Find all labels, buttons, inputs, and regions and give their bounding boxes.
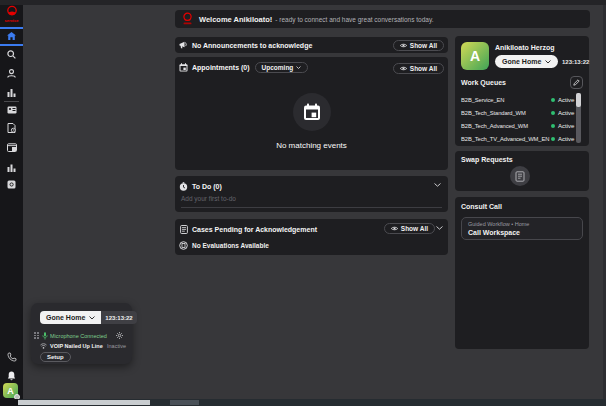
work-queue-name: B2B_Tech_TV_Advanced_WM_EN	[461, 136, 551, 142]
document-clock-icon[interactable]	[0, 123, 23, 133]
active-status-dot	[551, 137, 555, 141]
consult-item-subtitle: Guided Workflow • Home	[468, 221, 576, 227]
sidebar-divider	[4, 101, 19, 102]
welcome-title: Welcome Anikiloato!	[199, 15, 272, 24]
work-queues-list: B2B_Service_ENActiveB2B_Tech_Standard_WM…	[461, 93, 575, 145]
active-status-dot	[551, 124, 555, 128]
brand-logo-icon	[0, 5, 23, 17]
setup-button[interactable]: Setup	[40, 352, 71, 362]
chat-square-icon[interactable]	[0, 180, 23, 189]
voip-status: Inactive	[107, 343, 126, 349]
status-timer: 123:13:22	[562, 59, 589, 65]
user-avatar[interactable]: A	[3, 383, 18, 398]
work-queue-status: Active	[558, 110, 575, 116]
profile-name: Anikiloato Herzog	[495, 44, 555, 51]
drag-handle-icon[interactable]	[34, 332, 39, 339]
consult-item-title: Call Workspace	[468, 229, 576, 236]
phone-status-dropdown[interactable]: Gone Home 123:13:22	[40, 311, 137, 324]
voip-row: VOIP Nailed Up Line Inactive	[40, 341, 126, 350]
person-icon[interactable]	[0, 69, 23, 78]
calendar-empty-icon	[293, 93, 331, 131]
swap-requests-empty-icon	[510, 166, 530, 186]
appointments-filter-dropdown[interactable]: Upcoming	[255, 62, 309, 73]
announcements-card: No Announcements to acknowledge Show All	[175, 37, 448, 53]
id-card-icon[interactable]	[0, 106, 23, 114]
cases-card: Cases Pending for Acknowledgement Show A…	[175, 219, 448, 255]
todo-input[interactable]: Add your first to-do	[181, 195, 442, 208]
calendar-icon	[179, 63, 188, 72]
evaluations-row: No Evaluations Available	[175, 241, 448, 250]
work-queue-row: B2B_Service_ENActive	[461, 93, 575, 106]
appointments-title: Appointments (0)	[192, 64, 250, 71]
setup-label: Setup	[47, 354, 64, 360]
voip-label: VOIP Nailed Up Line	[50, 343, 103, 349]
evaluations-message: No Evaluations Available	[192, 242, 269, 249]
welcome-subtitle: - ready to connect and have great conver…	[275, 16, 433, 23]
microphone-icon	[42, 332, 48, 340]
show-all-label: Show All	[401, 225, 428, 232]
brand-logo-small-icon	[182, 12, 193, 26]
work-queue-status: Active	[558, 136, 575, 142]
todo-title: To Do (0)	[192, 183, 222, 190]
welcome-banner: Welcome Anikiloato! - ready to connect a…	[175, 10, 590, 28]
phone-icon[interactable]	[0, 352, 23, 362]
show-all-label: Show All	[410, 42, 437, 49]
todo-card: To Do (0) Add your first to-do	[175, 176, 448, 212]
work-queue-name: B2B_Tech_Standard_WM	[461, 110, 551, 116]
cases-collapse-chevron[interactable]	[436, 226, 443, 230]
search-icon[interactable]	[0, 50, 23, 59]
profile-card: A Anikiloato Herzog Gone Home 123:13:22 …	[455, 36, 589, 146]
calendar-add-icon[interactable]	[0, 143, 23, 152]
work-queue-name: B2B_Service_EN	[461, 97, 551, 103]
work-queues-edit-button[interactable]	[570, 76, 583, 89]
consult-call-card: Consult Call Guided Workflow • Home Call…	[455, 197, 589, 349]
appointments-filter-value: Upcoming	[262, 64, 294, 71]
todo-collapse-chevron[interactable]	[434, 183, 441, 187]
microphone-status: Microphone Connected	[50, 333, 107, 339]
cases-document-icon	[179, 225, 188, 234]
sidebar: service A	[0, 5, 23, 399]
appointments-empty-message: No matching events	[175, 141, 448, 150]
scrollbar-corner	[0, 399, 18, 406]
appointments-card: Appointments (0) Upcoming Show All No ma…	[175, 57, 448, 170]
clock-icon	[179, 182, 188, 191]
bar-chart-small-icon[interactable]	[0, 163, 23, 172]
appointments-show-all-button[interactable]: Show All	[393, 63, 444, 74]
work-queue-row: B2B_Tech_TV_Advanced_WM_ENActive	[461, 132, 575, 145]
active-status-dot	[551, 111, 555, 115]
show-all-label: Show All	[410, 65, 437, 72]
announcements-title: No Announcements to acknowledge	[192, 42, 312, 49]
evaluations-icon	[179, 241, 188, 250]
work-queue-status: Active	[558, 97, 575, 103]
consult-call-title: Consult Call	[461, 203, 502, 210]
bar-chart-icon[interactable]	[0, 88, 23, 97]
microphone-row: Microphone Connected	[34, 330, 129, 341]
work-queue-name: B2B_Tech_Advanced_WM	[461, 123, 551, 129]
home-icon[interactable]	[0, 32, 23, 40]
status-value: Gone Home	[502, 58, 541, 65]
swap-requests-card: Swap Requests	[455, 151, 589, 191]
horizontal-scrollbar[interactable]	[0, 399, 606, 406]
avatar-letter: A	[470, 48, 480, 64]
phone-status-value: Gone Home	[46, 314, 85, 321]
cases-show-all-button[interactable]: Show All	[384, 223, 435, 234]
active-divider-top	[0, 27, 23, 29]
swap-requests-title: Swap Requests	[461, 156, 513, 163]
consult-call-item[interactable]: Guided Workflow • Home Call Workspace	[461, 217, 583, 240]
profile-avatar: A	[461, 42, 489, 70]
work-queues-scrollbar[interactable]	[576, 93, 581, 143]
brand-logo-text: service	[0, 18, 23, 23]
horizontal-scrollbar-thumb[interactable]	[18, 400, 150, 405]
horizontal-scrollbar-segment[interactable]	[170, 400, 199, 405]
status-dropdown[interactable]: Gone Home	[495, 55, 558, 68]
work-queues-scrollbar-thumb[interactable]	[576, 93, 581, 107]
window-top-strip	[0, 0, 606, 5]
gear-icon[interactable]	[114, 330, 125, 341]
work-queue-row: B2B_Tech_Advanced_WMActive	[461, 119, 575, 132]
work-queues-title: Work Queues	[461, 79, 506, 86]
megaphone-icon	[179, 41, 188, 49]
active-divider-bottom	[0, 44, 23, 47]
work-queue-row: B2B_Tech_Standard_WMActive	[461, 106, 575, 119]
bell-icon[interactable]	[0, 371, 23, 381]
announcements-show-all-button[interactable]: Show All	[393, 40, 444, 51]
